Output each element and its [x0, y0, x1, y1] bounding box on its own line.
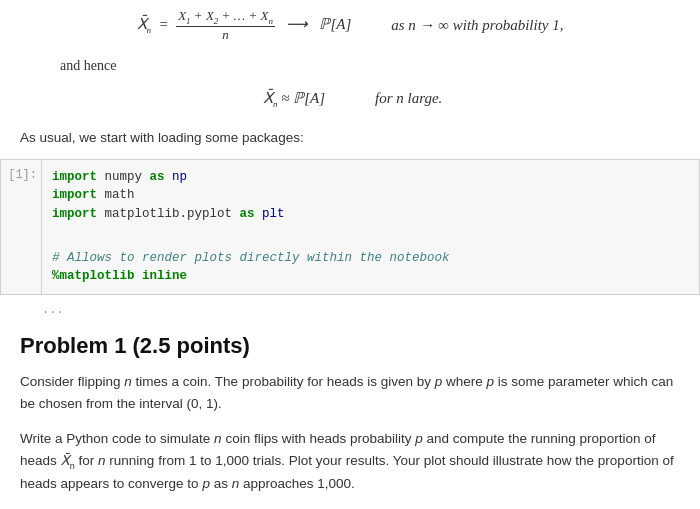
code-line-import-math: import math — [52, 186, 689, 205]
code-blank-line — [52, 230, 689, 249]
magic-inline: %matplotlib inline — [52, 269, 187, 283]
math-for-n-large: for n large. — [375, 90, 442, 106]
math-approx: X̄n ≈ ℙ[A] — [263, 90, 325, 106]
math-equation-1: X̄n = X1 + X2 + … + Xn n ⟶ ℙ[A] as n → ∞… — [0, 0, 700, 51]
problem-title: Problem 1 (2.5 points) — [0, 319, 700, 367]
code-comment-render: # Allows to render plots directly within… — [52, 249, 689, 268]
problem-paragraph-1: Consider flipping n times a coin. The pr… — [0, 367, 700, 422]
math-lhs: X̄n = X1 + X2 + … + Xn n ⟶ ℙ[A] — [137, 8, 352, 43]
alias-np: np — [172, 170, 187, 184]
math-condition: as n → ∞ with probability 1, — [391, 17, 563, 34]
keyword-as-2: as — [240, 207, 255, 221]
keyword-as: as — [150, 170, 165, 184]
alias-plt: plt — [262, 207, 285, 221]
code-line-magic: %matplotlib inline — [52, 267, 689, 286]
keyword-import-2: import — [52, 188, 97, 202]
cell-label-1: [1]: — [1, 160, 41, 295]
and-hence-text: and hence — [0, 51, 700, 81]
cell-dots-1: ... — [0, 301, 700, 319]
code-line-import-matplotlib: import matplotlib.pyplot as plt — [52, 205, 689, 224]
keyword-import: import — [52, 170, 97, 184]
code-line-import-numpy: import numpy as np — [52, 168, 689, 187]
problem-paragraph-2: Write a Python code to simulate n coin f… — [0, 422, 700, 502]
usual-text: As usual, we start with loading some pac… — [0, 117, 700, 153]
math-equation-2: X̄n ≈ ℙ[A] for n large. — [0, 81, 700, 117]
cell-code-1[interactable]: import numpy as np import math import ma… — [41, 160, 699, 295]
keyword-import-3: import — [52, 207, 97, 221]
code-cell-1: [1]: import numpy as np import math impo… — [0, 159, 700, 296]
